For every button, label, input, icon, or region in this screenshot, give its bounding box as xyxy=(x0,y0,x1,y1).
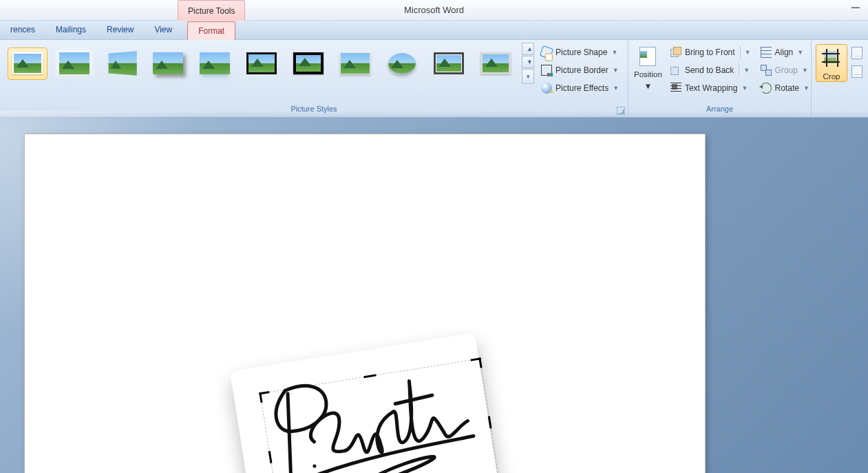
style-thumb-5[interactable] xyxy=(195,48,234,79)
group-icon xyxy=(761,65,772,76)
dropdown-icon: ▼ xyxy=(613,67,619,74)
title-bar: Picture Tools Microsoft Word – xyxy=(0,0,868,21)
gallery-more-button[interactable]: ▾ xyxy=(522,69,534,84)
dropdown-icon: ▼ xyxy=(802,67,808,74)
picture-effects-button[interactable]: Picture Effects ▼ xyxy=(538,80,622,96)
dropdown-icon: ▼ xyxy=(611,49,617,56)
gallery-scroll: ▲ ▼ ▾ xyxy=(522,43,534,84)
rotate-icon xyxy=(761,83,772,94)
picture-shape-icon xyxy=(540,45,554,60)
style-thumb-1[interactable] xyxy=(8,48,47,79)
tab-view[interactable]: View xyxy=(144,21,182,39)
group-label: Group xyxy=(775,65,798,75)
align-label: Align xyxy=(775,48,794,57)
document-area: P. Smith xyxy=(0,118,868,473)
tab-mailings[interactable]: Mailings xyxy=(45,21,96,39)
picture-effects-icon xyxy=(541,83,552,94)
picture-shape-button[interactable]: Picture Shape ▼ xyxy=(538,44,622,61)
picture-styles-dialog-launcher[interactable] xyxy=(617,107,625,115)
style-thumb-6[interactable] xyxy=(242,48,281,79)
group-size: Crop xyxy=(812,40,868,117)
group-button: Group ▼ xyxy=(758,62,812,78)
picture-styles-gallery: ▲ ▼ ▾ xyxy=(4,43,534,84)
dropdown-icon: ▼ xyxy=(613,85,619,92)
position-icon xyxy=(639,47,656,66)
send-to-back-button[interactable]: Send to Back ▼ xyxy=(668,62,754,78)
ribbon: ▲ ▼ ▾ Picture Shape ▼ Picture Border ▼ xyxy=(0,40,868,118)
dropdown-icon: ▼ xyxy=(745,49,751,56)
style-thumb-7[interactable] xyxy=(289,48,328,79)
rotate-button[interactable]: Rotate ▼ xyxy=(758,80,812,96)
bring-to-front-label: Bring to Front xyxy=(685,48,735,57)
minimize-button[interactable]: – xyxy=(847,0,864,21)
send-to-back-label: Send to Back xyxy=(685,65,734,75)
style-thumb-4[interactable] xyxy=(149,48,187,79)
bring-to-front-icon xyxy=(670,47,681,58)
height-field[interactable] xyxy=(851,47,862,59)
contextual-tab-picture-tools: Picture Tools xyxy=(178,0,245,21)
selected-picture[interactable]: P. Smith xyxy=(214,316,525,473)
gallery-up-button[interactable]: ▲ xyxy=(522,43,534,55)
crop-handle-right[interactable] xyxy=(488,416,492,428)
dropdown-icon: ▼ xyxy=(803,85,809,92)
align-button[interactable]: Align ▼ xyxy=(758,44,812,61)
document-page[interactable]: P. Smith xyxy=(25,134,705,473)
crop-icon xyxy=(822,49,841,68)
style-thumb-9[interactable] xyxy=(383,48,421,79)
text-wrapping-icon xyxy=(670,83,681,94)
position-label: Position xyxy=(634,70,662,79)
tab-review[interactable]: Review xyxy=(96,21,144,39)
tab-format[interactable]: Format xyxy=(187,21,235,40)
style-thumb-11[interactable] xyxy=(476,48,515,79)
style-thumb-10[interactable] xyxy=(430,48,468,79)
dropdown-icon: ▼ xyxy=(743,67,750,74)
group-arrange: Position ▼ Bring to Front ▼ Send to Back… xyxy=(628,40,812,117)
text-wrapping-button[interactable]: Text Wrapping ▼ xyxy=(668,80,754,96)
crop-handle-tl[interactable] xyxy=(259,390,275,406)
picture-border-label: Picture Border xyxy=(555,65,608,75)
group-label-size xyxy=(816,105,864,117)
send-to-back-icon xyxy=(670,65,681,76)
width-field[interactable] xyxy=(851,65,862,78)
tab-references[interactable]: rences xyxy=(0,21,45,39)
rotate-label: Rotate xyxy=(775,83,799,93)
group-label-arrange: Arrange xyxy=(633,105,807,117)
text-wrapping-label: Text Wrapping xyxy=(685,83,737,93)
app-title: Microsoft Word xyxy=(404,0,464,21)
align-icon xyxy=(761,47,772,58)
style-thumb-3[interactable] xyxy=(102,48,140,79)
crop-label: Crop xyxy=(823,72,840,81)
picture-border-icon xyxy=(541,65,552,76)
crop-button[interactable]: Crop xyxy=(816,44,847,82)
ribbon-tabs: rences Mailings Review View Format xyxy=(0,21,868,40)
picture-shape-label: Picture Shape xyxy=(555,48,607,57)
style-thumb-8[interactable] xyxy=(336,48,374,79)
dropdown-icon: ▼ xyxy=(741,85,748,92)
bring-to-front-button[interactable]: Bring to Front ▼ xyxy=(668,44,754,61)
picture-effects-label: Picture Effects xyxy=(555,83,608,93)
style-thumb-2[interactable] xyxy=(55,48,94,79)
group-picture-styles: ▲ ▼ ▾ Picture Shape ▼ Picture Border ▼ xyxy=(0,40,628,117)
picture-border-button[interactable]: Picture Border ▼ xyxy=(538,62,622,78)
gallery-down-button[interactable]: ▼ xyxy=(522,56,534,68)
position-button[interactable]: Position ▼ xyxy=(633,43,664,91)
dropdown-icon: ▼ xyxy=(644,82,652,91)
crop-handle-tr[interactable] xyxy=(467,357,483,373)
dropdown-icon: ▼ xyxy=(797,49,803,56)
